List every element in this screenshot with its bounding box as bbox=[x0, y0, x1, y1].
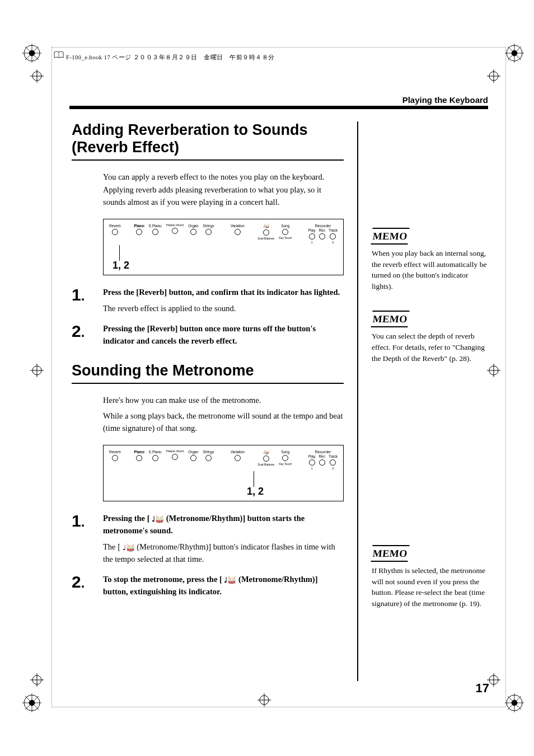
step-1-reverb: 1 Press the [Reverb] button, and confirm… bbox=[72, 287, 344, 316]
step-number: 2 bbox=[72, 323, 96, 348]
panel-callout-reverb: 1, 2 bbox=[113, 260, 338, 271]
registration-cross-icon bbox=[30, 364, 44, 377]
step-2-reverb: 2 Pressing the [Reverb] button once more… bbox=[72, 323, 344, 348]
step-detail: The reverb effect is applied to the soun… bbox=[103, 303, 344, 315]
registration-cross-icon bbox=[30, 69, 44, 83]
registration-rosette-icon bbox=[505, 44, 524, 63]
page-content: Playing the Keyboard Adding Reverberatio… bbox=[72, 95, 488, 681]
step-2-metronome: 2 To stop the metronome, press the [ ♩🥁 … bbox=[72, 574, 344, 598]
memo-label-icon: MEMO bbox=[371, 228, 409, 245]
print-meta-header: F-100_e.book 17 ページ ２００３年８月２９日 金曜日 午前９時４… bbox=[66, 54, 275, 62]
registration-rosette-icon bbox=[505, 693, 524, 712]
main-column: Adding Reverberation to Sounds (Reverb E… bbox=[72, 121, 344, 681]
side-column: MEMO When you play back an internal song… bbox=[372, 121, 488, 681]
registration-cross-icon bbox=[487, 364, 500, 377]
step-lead: Pressing the [Reverb] button once more t… bbox=[103, 324, 316, 345]
step-detail: The [ ♩🥁 (Metronome/Rhythm)] button's in… bbox=[103, 541, 344, 566]
step-number: 1 bbox=[72, 287, 96, 316]
step-number: 1 bbox=[72, 513, 96, 566]
column-divider bbox=[357, 121, 358, 681]
registration-rosette-icon bbox=[22, 44, 41, 63]
registration-cross-icon bbox=[257, 693, 271, 707]
registration-rosette-icon bbox=[22, 693, 41, 712]
memo-block-3: MEMO If Rhythm is selected, the metronom… bbox=[372, 545, 488, 609]
section-title-reverb: Adding Reverberation to Sounds (Reverb E… bbox=[72, 121, 344, 161]
memo-label-icon: MEMO bbox=[371, 311, 409, 327]
section-title-metronome: Sounding the Metronome bbox=[72, 362, 344, 384]
step-lead: Press the [Reverb] button, and confirm t… bbox=[103, 288, 340, 297]
section2-intro1: Here's how you can make use of the metro… bbox=[103, 394, 344, 406]
step-1-metronome: 1 Pressing the [ ♩🥁 (Metronome/Rhythm)] … bbox=[72, 513, 344, 566]
memo-block-1: MEMO When you play back an internal song… bbox=[372, 228, 488, 292]
metronome-icon: ♩🥁 bbox=[224, 575, 236, 586]
panel-callout-metronome: 1, 2 bbox=[247, 486, 338, 497]
section2-intro2: While a song plays back, the metronome w… bbox=[103, 410, 344, 435]
metronome-icon: ♩🥁 bbox=[263, 450, 269, 454]
page-number: 17 bbox=[476, 681, 489, 696]
metronome-icon: ♩🥁 bbox=[123, 542, 135, 553]
step-lead: Pressing the [ ♩🥁 (Metronome/Rhythm)] bu… bbox=[103, 514, 305, 535]
memo-label-icon: MEMO bbox=[371, 545, 409, 562]
section1-intro: You can apply a reverb effect to the not… bbox=[103, 171, 344, 208]
metronome-icon: ♩🥁 bbox=[152, 514, 164, 525]
memo-text: You can select the depth of reverb effec… bbox=[372, 331, 488, 364]
memo-text: If Rhythm is selected, the metronome wil… bbox=[372, 565, 488, 609]
metronome-icon: ♩🥁 bbox=[263, 224, 269, 228]
step-number: 2 bbox=[72, 574, 96, 598]
running-head: Playing the Keyboard bbox=[72, 95, 488, 105]
book-binding-icon bbox=[54, 51, 64, 61]
panel-diagram-reverb: Reverb Piano E.Piano Harpsi-chord Organ … bbox=[103, 219, 344, 275]
memo-text: When you play back an internal song, the… bbox=[372, 248, 488, 292]
panel-diagram-metronome: Reverb Piano E.Piano Harpsi-chord Organ … bbox=[103, 445, 344, 501]
memo-block-2: MEMO You can select the depth of reverb … bbox=[372, 311, 488, 364]
registration-cross-icon bbox=[30, 673, 44, 687]
step-lead: To stop the metronome, press the [ ♩🥁 (M… bbox=[103, 575, 318, 596]
running-head-rule bbox=[69, 106, 488, 109]
registration-cross-icon bbox=[487, 69, 500, 83]
